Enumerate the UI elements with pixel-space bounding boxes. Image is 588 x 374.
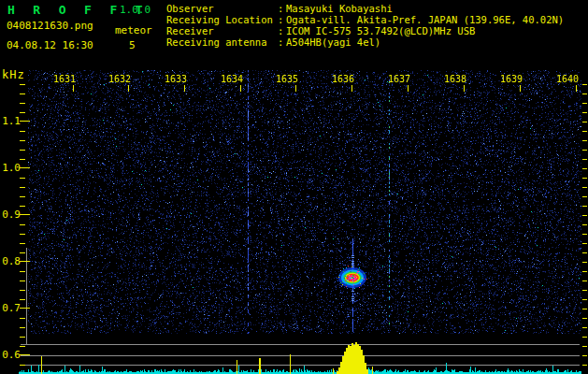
info-label: Observer — [166, 3, 278, 14]
freq-tick-label: 0.6 — [0, 349, 21, 361]
spectrogram-canvas — [28, 70, 581, 334]
info-colon: : — [278, 25, 286, 36]
freq-tick-label: 0.8 — [0, 255, 21, 267]
signal-level-canvas — [19, 338, 581, 374]
right-tick — [582, 112, 587, 113]
time-tick — [576, 85, 577, 92]
mode-label: meteor — [115, 24, 152, 36]
time-tick-label: 1632 — [107, 74, 133, 84]
right-tick — [582, 159, 587, 160]
freq-minor-tick — [20, 243, 25, 244]
freq-minor-tick — [20, 94, 25, 94]
time-tick — [464, 85, 465, 92]
right-tick — [582, 337, 587, 338]
freq-minor-tick — [20, 299, 25, 300]
right-tick — [582, 103, 587, 104]
freq-minor-tick — [20, 150, 25, 151]
freq-major-tick — [20, 261, 30, 262]
info-colon: : — [278, 3, 286, 14]
time-tick — [408, 85, 409, 92]
echo-count: 5 — [129, 39, 136, 51]
freq-tick-label: 1.1 — [0, 115, 21, 127]
time-tick-label: 1638 — [442, 74, 468, 84]
freq-tick-label: 1.0 — [0, 162, 21, 174]
right-tick — [582, 131, 587, 132]
right-tick — [582, 215, 587, 216]
right-tick — [582, 318, 587, 319]
right-tick — [582, 271, 587, 272]
datetime-label: 04.08.12 16:30 — [7, 39, 93, 51]
right-tick — [582, 355, 587, 356]
time-tick — [520, 85, 521, 92]
station-row: Observer:Masayuki Kobayashi — [166, 3, 564, 14]
freq-minor-tick — [20, 112, 25, 113]
freq-minor-tick — [20, 318, 25, 319]
freq-minor-tick — [20, 187, 25, 188]
info-value: Ogata-vill. Akita-Pref. JAPAN (139.96E, … — [286, 14, 564, 25]
right-tick — [582, 122, 587, 122]
freq-minor-tick — [20, 271, 25, 272]
freq-minor-tick — [20, 84, 25, 85]
right-tick — [582, 140, 587, 141]
output-filename: 0408121630.png — [7, 20, 93, 32]
freq-major-tick — [20, 121, 30, 122]
time-tick-label: 1637 — [386, 74, 412, 84]
freq-minor-tick — [20, 337, 25, 338]
right-tick — [582, 346, 587, 347]
right-tick — [582, 252, 587, 253]
freq-major-tick — [20, 308, 30, 309]
right-tick — [582, 365, 587, 366]
info-value: ICOM IC-575 53.7492(@LCD)MHz USB — [286, 25, 475, 36]
time-tick — [73, 85, 74, 92]
time-tick-label: 1639 — [498, 74, 524, 84]
freq-major-tick — [20, 167, 30, 168]
right-tick — [582, 84, 587, 85]
right-tick — [582, 262, 587, 263]
time-tick — [128, 85, 129, 92]
freq-minor-tick — [20, 196, 25, 197]
freq-minor-tick — [20, 327, 25, 328]
level-axis-line — [26, 248, 27, 344]
right-tick — [582, 206, 587, 207]
right-tick — [582, 168, 587, 169]
time-tick-label: 1633 — [163, 74, 189, 84]
time-tick-label: 1635 — [274, 74, 300, 84]
station-row: Receiving Location:Ogata-vill. Akita-Pre… — [166, 14, 564, 25]
right-tick — [582, 290, 587, 291]
freq-minor-tick — [20, 159, 25, 160]
time-tick-label: 1634 — [219, 74, 245, 84]
time-tick — [240, 85, 241, 92]
info-colon: : — [278, 36, 286, 48]
freq-minor-tick — [20, 178, 25, 179]
khz-unit-label: kHz — [2, 68, 25, 81]
freq-minor-tick — [20, 234, 25, 235]
right-tick — [582, 299, 587, 300]
info-label: Receiver — [166, 25, 278, 36]
freq-minor-tick — [20, 290, 25, 291]
time-tick — [295, 85, 296, 92]
freq-minor-tick — [20, 252, 25, 253]
freq-minor-tick — [20, 224, 25, 225]
freq-minor-tick — [20, 103, 25, 104]
right-tick — [582, 224, 587, 225]
freq-minor-tick — [20, 140, 25, 141]
info-label: Receiving antenna — [166, 36, 278, 48]
right-tick — [582, 243, 587, 244]
freq-minor-tick — [20, 206, 25, 207]
time-tick-label: 1631 — [51, 74, 78, 84]
time-tick — [184, 85, 185, 92]
info-colon: : — [278, 14, 286, 25]
freq-minor-tick — [20, 280, 25, 281]
freq-major-tick — [20, 214, 30, 215]
right-tick — [582, 196, 587, 197]
station-row: Receiving antenna:A504HB(yagi 4el) — [166, 36, 564, 48]
freq-tick-label: 0.7 — [0, 302, 21, 314]
time-tick-label: 1640 — [554, 74, 581, 84]
info-label: Receiving Location — [166, 14, 278, 25]
right-tick — [582, 234, 587, 235]
right-tick — [582, 327, 587, 328]
hrofft-window: H R O F F T 1.0.0 0408121630.png meteor … — [0, 0, 588, 374]
freq-major-tick — [20, 354, 30, 355]
freq-minor-tick — [20, 365, 25, 366]
info-value: A504HB(yagi 4el) — [286, 36, 380, 48]
